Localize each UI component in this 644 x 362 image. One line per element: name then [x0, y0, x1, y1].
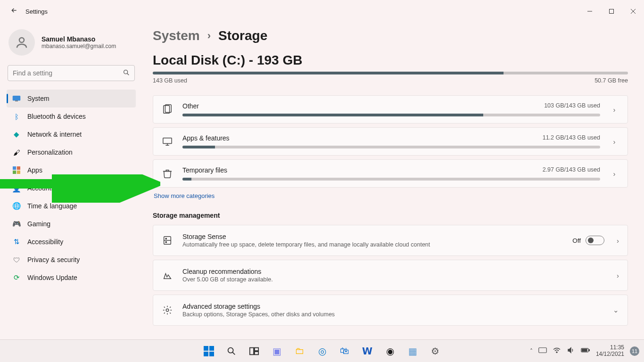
chat-icon[interactable]: ▣ [267, 342, 286, 361]
maximize-button[interactable] [601, 0, 622, 23]
breadcrumb-parent[interactable]: System [153, 28, 200, 43]
category-name: Apps & features [182, 134, 230, 142]
nav-label: Apps [27, 166, 42, 174]
mgmt-title: Storage Sense [182, 233, 563, 240]
storage-category-temporary-files[interactable]: Temporary files2.97 GB/143 GB used › [153, 159, 628, 188]
profile-name: Samuel Mbanaso [41, 35, 116, 43]
disk-free-label: 50.7 GB free [594, 77, 628, 84]
svg-rect-15 [163, 138, 172, 144]
svg-marker-33 [568, 348, 571, 353]
nav-item-privacy-security[interactable]: 🛡Privacy & security [7, 251, 136, 269]
edge-icon[interactable]: ◎ [313, 342, 331, 361]
word-icon[interactable]: 𝗪 [358, 342, 377, 361]
storage-category-other[interactable]: Other103 GB/143 GB used › [153, 95, 628, 123]
nav-item-accessibility[interactable]: ⇅Accessibility [7, 233, 136, 251]
settings-icon[interactable]: ⚙ [426, 342, 445, 361]
nav-item-network-internet[interactable]: ◆Network & internet [7, 125, 136, 143]
category-detail: 2.97 GB/143 GB used [543, 166, 600, 174]
mgmt-card-cleanup-recommendations[interactable]: Cleanup recommendationsOver 5.00 GB of s… [153, 260, 628, 291]
nav-icon: 🖌 [12, 148, 21, 156]
svg-rect-8 [15, 101, 18, 102]
svg-point-4 [19, 38, 24, 42]
storage-sense-toggle[interactable] [586, 236, 604, 245]
nav-icon: 👤 [12, 184, 21, 192]
category-detail: 103 GB/143 GB used [544, 102, 600, 110]
svg-point-26 [228, 347, 233, 353]
storage-category-apps-features[interactable]: Apps & features11.2 GB/143 GB used › [153, 127, 628, 156]
mgmt-desc: Over 5.00 GB of storage available. [182, 276, 607, 283]
mgmt-card-storage-sense[interactable]: Storage SenseAutomatically free up space… [153, 225, 628, 256]
nav-label: Windows Update [27, 274, 77, 281]
back-button[interactable] [6, 7, 23, 16]
titlebar: Settings [0, 0, 644, 23]
storage-management-heading: Storage management [153, 212, 628, 219]
notification-badge[interactable]: 11 [630, 346, 639, 356]
nav-item-time-language[interactable]: 🌐Time & language [7, 197, 136, 215]
nav-icon: ⇅ [12, 238, 21, 246]
minimize-button[interactable] [579, 0, 601, 23]
svg-point-23 [166, 309, 169, 312]
search-box[interactable] [8, 65, 135, 81]
avatar [8, 29, 35, 56]
mgmt-icon [162, 235, 173, 246]
svg-line-6 [127, 74, 129, 75]
nav-icon: 🎮 [12, 220, 21, 228]
volume-icon[interactable] [567, 346, 575, 355]
mgmt-icon [162, 304, 173, 316]
svg-point-5 [124, 70, 128, 74]
keyboard-icon[interactable] [538, 347, 547, 355]
chevron-right-icon: › [617, 237, 619, 245]
category-detail: 11.2 GB/143 GB used [543, 134, 600, 142]
chevron-right-icon: › [610, 138, 619, 146]
window-title: Settings [25, 8, 48, 15]
task-view-icon[interactable] [245, 342, 264, 361]
search-input[interactable] [8, 65, 135, 81]
nav-icon: ᛒ [12, 112, 21, 121]
profile-block[interactable]: Samuel Mbanaso mbanaso.samuel@gmail.com [7, 27, 136, 62]
nav-icon: 🛡 [12, 255, 21, 264]
nav-item-apps[interactable]: Apps [7, 161, 136, 179]
file-explorer-icon[interactable]: 🗀 [290, 342, 309, 361]
tray-overflow-icon[interactable]: ˄ [530, 348, 533, 354]
nav-label: Accessibility [27, 238, 63, 246]
nav-icon [12, 166, 21, 174]
nav-item-windows-update[interactable]: ⟳Windows Update [7, 269, 136, 287]
chrome-icon[interactable]: ◉ [380, 342, 399, 361]
nav-item-accounts[interactable]: 👤Accounts [7, 179, 136, 197]
battery-icon[interactable] [581, 347, 590, 354]
nav-item-gaming[interactable]: 🎮Gaming [7, 215, 136, 233]
category-icon [162, 104, 173, 115]
taskbar-search-icon[interactable] [222, 342, 241, 361]
nav-label: Network & internet [27, 131, 82, 138]
mgmt-desc: Backup options, Storage Spaces, other di… [182, 311, 603, 318]
mgmt-card-advanced-storage-settings[interactable]: Advanced storage settingsBackup options,… [153, 295, 628, 326]
svg-rect-36 [582, 349, 587, 352]
mgmt-desc: Automatically free up space, delete temp… [182, 241, 563, 248]
nav-label: System [27, 95, 50, 102]
wifi-icon[interactable] [553, 347, 561, 355]
photos-icon[interactable]: ▦ [403, 342, 422, 361]
show-more-categories-link[interactable]: Show more categories [154, 192, 628, 199]
store-icon[interactable]: 🛍 [335, 342, 354, 361]
breadcrumb-current: Storage [218, 28, 267, 43]
svg-rect-1 [610, 9, 614, 14]
svg-rect-9 [13, 166, 16, 170]
svg-rect-30 [255, 351, 258, 354]
nav-item-bluetooth-devices[interactable]: ᛒBluetooth & devices [7, 107, 136, 125]
nav-item-system[interactable]: System [7, 90, 136, 107]
nav-label: Bluetooth & devices [27, 113, 86, 120]
disk-used-label: 143 GB used [153, 77, 187, 84]
chevron-right-icon: › [610, 106, 619, 114]
svg-rect-10 [17, 166, 20, 170]
svg-rect-11 [13, 171, 16, 174]
category-icon [162, 136, 173, 147]
svg-rect-35 [589, 349, 590, 351]
taskbar-clock[interactable]: 11:35 14/12/2021 [596, 345, 624, 358]
nav-item-personalization[interactable]: 🖌Personalization [7, 143, 136, 161]
close-button[interactable] [622, 0, 644, 23]
svg-point-32 [556, 352, 557, 353]
start-button[interactable] [199, 342, 218, 361]
mgmt-icon [162, 270, 173, 281]
chevron-right-icon: › [610, 170, 619, 178]
mgmt-title: Advanced storage settings [182, 303, 603, 310]
